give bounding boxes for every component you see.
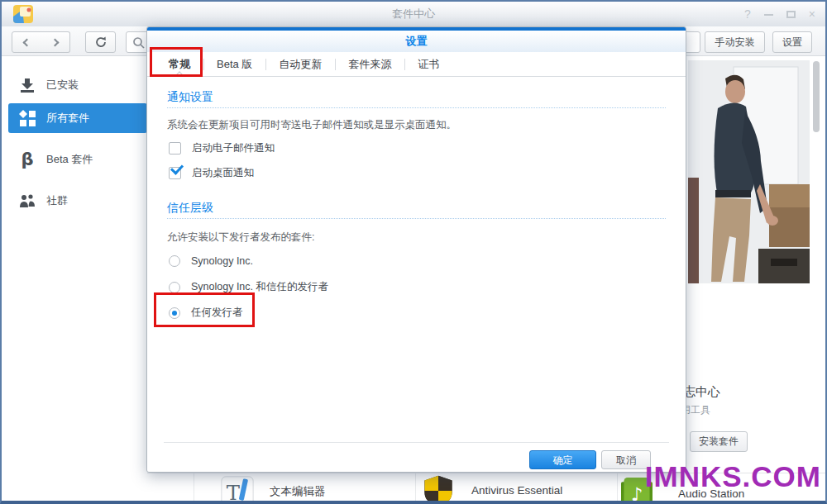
dialog-title: 设置 [147,31,686,52]
sidebar: 已安装 所有套件 β Beta 套件 社群 [2,57,147,501]
tab-package-sources[interactable]: 套件来源 [335,52,404,76]
help-icon[interactable]: ? [744,8,751,20]
ok-button[interactable]: 确定 [529,450,596,469]
tab-auto-update[interactable]: 自动更新 [265,52,335,76]
svg-text:♪: ♪ [631,483,643,504]
desktop-notification-checkbox[interactable] [169,167,181,179]
grid-divider-vertical [415,473,416,501]
trust-section-heading: 信任层级 [167,201,213,216]
tab-certificate[interactable]: 证书 [404,52,452,76]
sidebar-item-label: 已安装 [46,78,79,93]
watermark-text: IMNKS.COM [645,460,821,493]
email-notification-checkbox[interactable] [169,142,181,155]
text-editor-icon: T [218,476,256,504]
chevron-right-icon [51,39,60,47]
titlebar: 套件中心 ? × [2,2,825,26]
package-name[interactable]: 文本编辑器 [270,484,326,499]
all-packages-icon [19,110,36,126]
maximize-icon[interactable] [786,11,796,18]
scrollbar[interactable] [813,61,820,132]
window-controls: ? × [744,2,815,26]
radio-label: Synology Inc. [191,255,253,267]
installed-icon [19,77,36,93]
cancel-button[interactable]: 取消 [601,450,651,469]
publisher-synology-row: Synology Inc. [169,255,253,267]
sidebar-item-community[interactable]: 社群 [8,186,147,216]
settings-dialog: 设置 常规 Beta 版 自动更新 套件来源 证书 通知设置 系统会在更新项目可… [146,26,686,473]
synology-only-radio[interactable] [169,255,180,267]
featured-package-name: 志中心 [683,384,720,400]
sidebar-item-label: 所有套件 [46,111,89,126]
synology-and-trusted-radio[interactable] [169,282,180,293]
community-icon [19,193,36,209]
install-package-button[interactable]: 安装套件 [690,431,748,452]
notification-section-heading: 通知设置 [167,90,213,105]
package-name[interactable]: Antivirus Essential [471,484,562,497]
desktop-notification-row: 启动桌面通知 [169,166,254,180]
annotation-box-any-publisher [154,292,255,327]
back-button[interactable] [12,31,41,53]
package-center-window: 套件中心 ? × 手动安装 设置 [0,0,827,504]
annotation-box-general-tab [150,47,203,77]
refresh-button[interactable] [85,31,116,53]
sidebar-item-installed[interactable]: 已安装 [8,70,147,100]
checkbox-label: 启动电子邮件通知 [192,141,275,155]
grid-divider-vertical [194,473,194,501]
sidebar-item-beta[interactable]: β Beta 套件 [8,145,147,174]
search-icon [132,36,146,50]
notification-description: 系统会在更新项目可用时寄送电子邮件通知或是显示桌面通知。 [167,118,457,132]
sidebar-item-all-packages[interactable]: 所有套件 [8,103,147,133]
sidebar-item-label: 社群 [46,193,68,208]
antivirus-shield-icon [418,474,458,504]
tab-beta[interactable]: Beta 版 [203,52,265,76]
sidebar-item-label: Beta 套件 [46,152,93,167]
svg-text:T: T [227,481,240,504]
footer-divider [164,442,669,443]
featured-banner-photo [688,60,810,283]
checkbox-label: 启动桌面通知 [192,166,254,180]
close-icon[interactable]: × [809,8,815,20]
section-divider [167,107,666,108]
beta-icon: β [19,150,36,169]
minimize-icon[interactable] [764,13,773,16]
section-divider [167,218,666,219]
forward-button[interactable] [41,31,70,53]
refresh-icon [94,36,108,49]
email-notification-row: 启动电子邮件通知 [169,141,275,155]
manual-install-button[interactable]: 手动安装 [705,31,765,53]
trust-description: 允许安装以下发行者发布的套件: [167,231,314,245]
dialog-tabbar: 常规 Beta 版 自动更新 套件来源 证书 [147,52,686,77]
grid-divider-vertical [617,473,618,501]
window-title: 套件中心 [2,2,825,26]
settings-button[interactable]: 设置 [772,31,812,53]
chevron-left-icon [22,39,31,47]
